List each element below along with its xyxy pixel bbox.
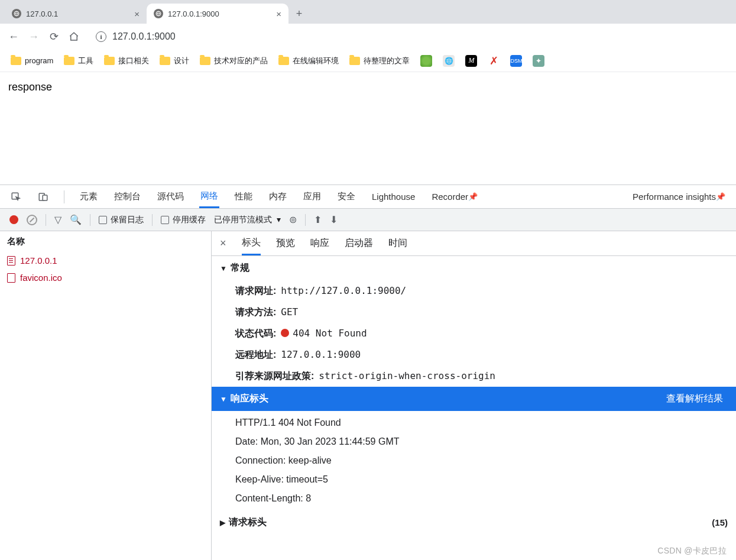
bookmark-icon[interactable]: M	[465, 55, 477, 67]
request-list-header: 名称	[0, 231, 211, 252]
section-general[interactable]: ▼ 常规	[212, 256, 736, 280]
section-response-headers[interactable]: ▼响应标头 查看解析结果	[212, 387, 736, 411]
globe-icon	[154, 9, 163, 18]
browser-tab-1[interactable]: 127.0.0.1:9000 ×	[147, 4, 288, 24]
detail-tab-initiator[interactable]: 启动器	[345, 231, 373, 255]
detail-tab-headers[interactable]: 标头	[242, 231, 261, 255]
request-row[interactable]: 127.0.0.1	[0, 252, 211, 269]
back-button[interactable]: ←	[7, 30, 20, 43]
bookmark-folder[interactable]: program	[11, 56, 53, 65]
app-icon: DSM	[510, 55, 522, 67]
bookmark-icon[interactable]: ✗	[488, 55, 500, 67]
network-toolbar: ▽ 🔍 保留日志 停用缓存 已停用节流模式 ▾ ⊚ ⬆ ⬇	[0, 209, 736, 231]
download-icon[interactable]: ⬇	[330, 214, 338, 225]
folder-icon	[64, 57, 74, 65]
view-parsed-link[interactable]: 查看解析结果	[666, 393, 723, 405]
close-icon[interactable]: ×	[276, 9, 281, 19]
document-icon	[7, 273, 15, 283]
address-bar[interactable]: i 127.0.0.1:9000	[87, 27, 184, 46]
folder-icon	[104, 57, 115, 65]
tab-performance[interactable]: 性能	[234, 185, 254, 208]
request-detail: × 标头 预览 响应 启动器 时间 ▼ 常规 请求网址:http://127.0…	[212, 231, 736, 560]
watermark: CSDN @卡皮巴拉	[657, 546, 727, 556]
forward-button[interactable]: →	[27, 30, 40, 43]
throttle-dropdown[interactable]: 已停用节流模式 ▾	[214, 215, 281, 225]
tab-lighthouse[interactable]: Lighthouse	[371, 185, 416, 208]
triangle-down-icon: ▼	[220, 395, 227, 403]
tab-memory[interactable]: 内存	[268, 185, 288, 208]
svg-rect-4	[43, 195, 47, 200]
devtools: 元素 控制台 源代码 网络 性能 内存 应用 安全 Lighthouse Rec…	[0, 184, 736, 560]
filter-icon[interactable]: ▽	[54, 214, 61, 225]
bookmark-bar: program 工具 接口相关 设计 技术对应的产品 在线编辑环境 待整理的文章…	[0, 50, 736, 72]
detail-tab-response[interactable]: 响应	[310, 231, 329, 255]
bookmark-folder[interactable]: 设计	[160, 56, 189, 66]
network-conditions-icon[interactable]: ⊚	[289, 214, 297, 225]
home-button[interactable]	[67, 30, 80, 43]
toolbar: ← → ⟳ i 127.0.0.1:9000	[0, 24, 736, 50]
tab-performance-insights[interactable]: Performance insights 📌	[631, 185, 727, 208]
bookmark-folder[interactable]: 工具	[64, 56, 93, 66]
close-detail-button[interactable]: ×	[220, 237, 226, 250]
search-icon[interactable]: 🔍	[70, 214, 82, 225]
section-request-headers[interactable]: ▶ 请求标头 (15)	[212, 510, 736, 535]
tab-sources[interactable]: 源代码	[156, 185, 185, 208]
detail-tab-preview[interactable]: 预览	[276, 231, 295, 255]
globe-icon	[12, 9, 21, 18]
general-url: 请求网址:http://127.0.0.1:9000/	[212, 280, 736, 302]
reload-button[interactable]: ⟳	[47, 30, 60, 43]
url-text: 127.0.0.1:9000	[112, 31, 176, 42]
folder-icon	[160, 57, 170, 65]
browser-tab-0[interactable]: 127.0.0.1 ×	[5, 4, 147, 24]
folder-icon	[11, 57, 21, 65]
request-list: 名称 127.0.0.1 favicon.ico	[0, 231, 212, 560]
bookmark-icon[interactable]: ✦	[533, 55, 544, 67]
network-body: 名称 127.0.0.1 favicon.ico × 标头 预览 响应 启动器 …	[0, 231, 736, 560]
disable-cache-checkbox[interactable]: 停用缓存	[161, 215, 206, 225]
tab-application[interactable]: 应用	[302, 185, 322, 208]
preserve-log-checkbox[interactable]: 保留日志	[99, 215, 144, 225]
response-headers-raw: HTTP/1.1 404 Not Found Date: Mon, 30 Jan…	[212, 411, 736, 510]
general-remote: 远程地址:127.0.0.1:9000	[212, 344, 736, 365]
bookmark-icon[interactable]: 🌐	[443, 55, 455, 67]
app-icon: ✦	[533, 55, 544, 67]
new-tab-button[interactable]: +	[288, 4, 310, 24]
clear-button[interactable]	[27, 215, 37, 225]
close-icon[interactable]: ×	[134, 9, 140, 19]
bookmark-folder[interactable]: 待整理的文章	[349, 56, 410, 66]
status-dot-icon	[281, 329, 289, 337]
document-icon	[7, 256, 15, 266]
triangle-right-icon: ▶	[220, 519, 225, 527]
tab-console[interactable]: 控制台	[113, 185, 142, 208]
detail-tab-bar: × 标头 预览 响应 启动器 时间	[212, 231, 736, 256]
tab-elements[interactable]: 元素	[79, 185, 99, 208]
tab-network[interactable]: 网络	[199, 185, 219, 208]
upload-icon[interactable]: ⬆	[314, 214, 322, 225]
record-button[interactable]	[9, 215, 18, 224]
inspect-icon[interactable]	[9, 190, 22, 203]
response-text: response	[8, 81, 52, 93]
device-toggle-icon[interactable]	[37, 190, 50, 203]
tab-recorder[interactable]: Recorder 📌	[430, 185, 479, 208]
request-headers-count: (15)	[712, 517, 728, 527]
bookmark-icon[interactable]	[420, 55, 432, 67]
tab-security[interactable]: 安全	[336, 185, 356, 208]
folder-icon	[200, 57, 210, 65]
bookmark-folder[interactable]: 接口相关	[104, 56, 149, 66]
bookmark-folder[interactable]: 在线编辑环境	[278, 56, 339, 66]
request-row[interactable]: favicon.ico	[0, 269, 211, 286]
pin-icon: 📌	[468, 192, 478, 201]
bookmark-folder[interactable]: 技术对应的产品	[200, 56, 268, 66]
app-icon	[420, 55, 432, 67]
bookmark-icon[interactable]: DSM	[510, 55, 522, 67]
devtools-tab-bar: 元素 控制台 源代码 网络 性能 内存 应用 安全 Lighthouse Rec…	[0, 185, 736, 209]
app-icon: M	[465, 55, 477, 67]
pin-icon: 📌	[716, 192, 725, 201]
detail-tab-timing[interactable]: 时间	[388, 231, 407, 255]
folder-icon	[349, 57, 360, 65]
checkbox-icon	[161, 216, 169, 224]
checkbox-icon	[99, 216, 107, 224]
general-status: 状态代码:404 Not Found	[212, 323, 736, 344]
app-icon: 🌐	[443, 55, 455, 67]
site-info-icon[interactable]: i	[96, 31, 106, 42]
